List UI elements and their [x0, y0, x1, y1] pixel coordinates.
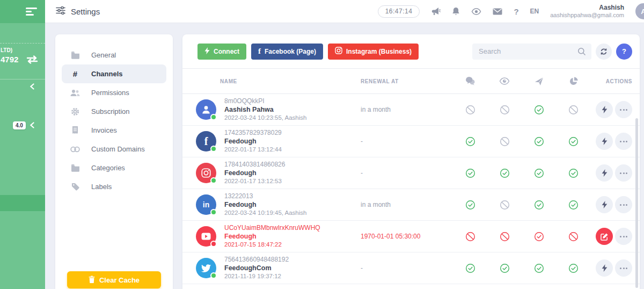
sidebar-item-label: Labels	[91, 183, 112, 191]
blocked-icon	[556, 105, 590, 115]
messages-envelope-icon[interactable]	[493, 8, 502, 15]
app-sidebar: LTD) 4792 4.0	[0, 0, 45, 289]
trash-icon	[89, 276, 95, 285]
renewal-at: in a month	[361, 201, 453, 208]
help-button[interactable]: ?	[616, 44, 632, 60]
connect-button[interactable]: Connect	[197, 44, 246, 60]
more-options-button[interactable]	[615, 164, 632, 182]
scrollbar[interactable]	[635, 118, 638, 288]
sidebar-item-label: Invoices	[91, 126, 117, 134]
blocked-icon	[487, 136, 522, 147]
linkedin-channel-avatar: in	[196, 194, 216, 215]
sidebar-header	[0, 0, 45, 23]
more-options-button[interactable]	[615, 259, 632, 277]
clear-cache-button[interactable]: Clear Cache	[67, 271, 161, 288]
renewal-at: -	[361, 264, 453, 272]
help-icon[interactable]: ?	[514, 7, 518, 16]
channel-name: Feedough	[224, 169, 361, 177]
table-row[interactable]: 756413660948488192 FeedoughCom 2021-11-1…	[182, 252, 640, 284]
sliders-icon	[56, 6, 65, 16]
channel-name: FeedoughCom	[224, 264, 361, 272]
sidebar-item-labels[interactable]: Labels	[55, 177, 173, 196]
user-name: Aashish	[550, 4, 624, 12]
blocked-icon	[453, 105, 487, 115]
table-row[interactable]: in 13222013 Feedough 2022-03-24 10:19:45…	[182, 189, 640, 221]
facebook-channel-avatar: f	[196, 131, 216, 151]
ellipsis-icon	[620, 204, 627, 206]
page-title: Settings	[71, 7, 100, 16]
menu-icon[interactable]	[26, 8, 37, 16]
status-dot	[210, 241, 217, 247]
more-options-button[interactable]	[615, 133, 632, 150]
reconnect-bolt-button[interactable]	[596, 196, 613, 213]
notifications-bell-icon[interactable]	[452, 7, 460, 16]
renewal-at: 1970-01-01 05:30:00	[361, 233, 453, 240]
reconnect-bolt-button[interactable]	[596, 164, 613, 182]
settings-nav-card: General # Channels Permissions Subscript…	[55, 34, 173, 289]
ellipsis-icon	[620, 141, 627, 142]
gear-icon	[70, 107, 80, 116]
activity-eye-icon[interactable]	[471, 8, 481, 15]
youtube-channel-avatar	[196, 226, 216, 247]
collapse-chevron-icon[interactable]	[30, 122, 34, 128]
sidebar-item-subscription[interactable]: Subscription	[55, 102, 173, 121]
user-info[interactable]: Aashish aashishppahwa@gmail.com	[550, 4, 624, 19]
language-selector[interactable]: EN	[530, 8, 539, 15]
blocked-icon	[487, 232, 522, 242]
sidebar-item-channels[interactable]: # Channels	[62, 64, 166, 83]
reconnect-bolt-button[interactable]	[596, 259, 613, 277]
avatar[interactable]: A	[635, 3, 644, 19]
search-input[interactable]	[472, 44, 591, 60]
allowed-icon	[556, 263, 590, 273]
sidebar-item-permissions[interactable]: Permissions	[55, 83, 173, 102]
table-row[interactable]: 17841403814860826 Feedough 2022-01-17 13…	[182, 157, 640, 189]
collapse-chevron-icon[interactable]	[30, 83, 34, 90]
eye-icon	[487, 77, 522, 85]
ellipsis-icon	[620, 236, 627, 237]
status-dot	[210, 177, 217, 184]
table-row[interactable]: 8m0OQQkkPI Aashish Pahwa 2022-03-24 10:2…	[182, 94, 640, 126]
table-row[interactable]: f 1742357829378029 Feedough 2022-01-17 1…	[182, 126, 640, 157]
instagram-channel-avatar	[196, 163, 216, 183]
folder-icon	[70, 164, 80, 172]
allowed-icon	[556, 168, 590, 178]
renewal-at: -	[361, 169, 453, 177]
sidebar-item-label: General	[91, 51, 116, 59]
sidebar-active-item[interactable]	[0, 195, 45, 211]
allowed-icon	[522, 200, 556, 210]
allowed-icon	[522, 168, 556, 178]
comments-icon	[453, 77, 487, 85]
ellipsis-icon	[620, 172, 627, 174]
blocked-icon	[487, 105, 522, 115]
more-options-button[interactable]	[615, 101, 632, 118]
column-name: NAME	[196, 78, 361, 84]
channel-date: 2022-01-17 13:12:44	[224, 146, 361, 154]
connect-instagram-button[interactable]: Instagram (Business)	[328, 44, 419, 60]
more-options-button[interactable]	[615, 228, 632, 245]
tag-icon	[70, 183, 80, 191]
refresh-button[interactable]	[596, 44, 612, 60]
sidebar-item-label: Permissions	[91, 89, 129, 97]
hash-icon: #	[70, 69, 80, 78]
more-options-button[interactable]	[615, 196, 632, 213]
announcements-icon[interactable]	[431, 7, 441, 16]
table-row[interactable]: UCoYUaimBMbnwlrxKnruWWHQ Feedough 2021-0…	[182, 221, 640, 252]
channels-toolbar: Connect f Facebook (Page) Instagram (Bus…	[182, 34, 640, 69]
user-email: aashishppahwa@gmail.com	[550, 12, 624, 19]
allowed-icon	[487, 168, 522, 178]
ellipsis-icon	[620, 268, 627, 269]
sidebar-item-categories[interactable]: Categories	[55, 158, 173, 177]
link-icon	[70, 146, 80, 153]
reconnect-bolt-button[interactable]	[596, 133, 613, 150]
clear-cache-label: Clear Cache	[99, 276, 140, 284]
connect-facebook-button[interactable]: f Facebook (Page)	[251, 44, 323, 60]
reconnect-edit-button[interactable]	[596, 228, 613, 245]
sidebar-item-label: Subscription	[91, 107, 130, 115]
reconnect-bolt-button[interactable]	[596, 101, 613, 118]
sidebar-item-custom-domains[interactable]: Custom Domains	[55, 140, 173, 158]
channel-id: 1742357829378029	[224, 129, 361, 138]
sidebar-item-general[interactable]: General	[55, 46, 173, 64]
status-cells	[453, 105, 590, 115]
sidebar-item-invoices[interactable]: Invoices	[55, 121, 173, 140]
switch-workspace-icon[interactable]	[26, 55, 38, 66]
